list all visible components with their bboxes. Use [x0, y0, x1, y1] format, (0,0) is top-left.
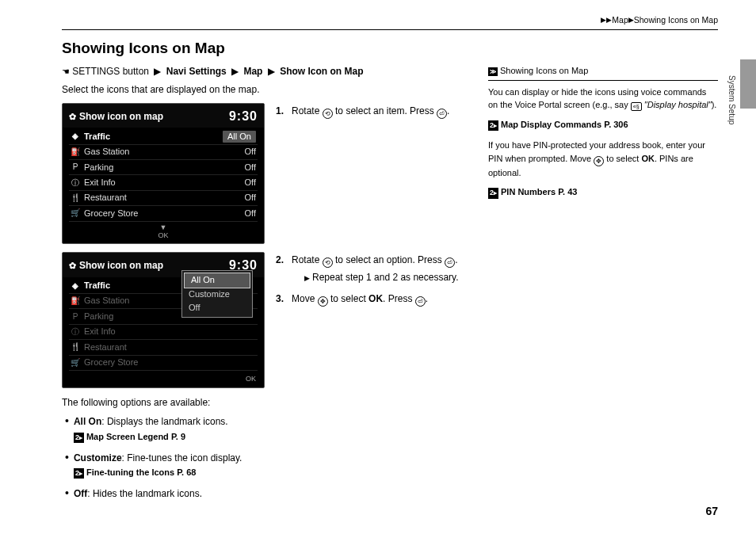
move-icon: ✥: [594, 156, 604, 166]
page-number: 67: [705, 504, 718, 520]
hand-icon: ☚: [62, 67, 70, 76]
popup-option: Off: [182, 301, 252, 315]
list-item: 🛒Grocery StoreOff: [69, 206, 258, 221]
list-item: ⓘExit InfoOff: [69, 175, 258, 190]
nav-path: ☚ SETTINGS button ▶ Navi Settings ▶ Map …: [62, 65, 468, 78]
option-item: •Customize: Fine-tunes the icon display.…: [65, 452, 468, 479]
option-item: •Off: Hides the landmark icons.: [65, 487, 468, 501]
option-item: •All On: Displays the landmark icons.2Ma…: [65, 415, 468, 443]
page-title: Showing Icons on Map: [62, 38, 718, 59]
list-item: 🍴RestaurantOff: [69, 191, 258, 206]
section-label: System Setup: [726, 75, 737, 124]
rotate-icon: ⟲: [323, 257, 333, 268]
rule: [62, 29, 718, 30]
list-item: ◈TrafficAll On: [69, 129, 258, 144]
move-icon: ✥: [318, 296, 328, 307]
clock: 9:30: [229, 108, 258, 125]
press-icon: ⏎: [445, 257, 455, 268]
press-icon: ⏎: [415, 296, 426, 307]
sidebar-body: You can display or hide the icons using …: [488, 86, 718, 199]
step-1: 1. Rotate ⟲ to select an item. Press ⏎.: [276, 105, 468, 119]
options-intro: The following options are available:: [62, 396, 468, 410]
popup-option: All On: [184, 273, 250, 288]
side-tab: [740, 59, 756, 109]
list-item: 🛒Grocery Store: [69, 356, 258, 371]
popup-menu: All OnCustomizeOff: [181, 270, 253, 318]
gear-icon: ✿: [69, 261, 76, 270]
screenshot-2: ✿Show icon on map 9:30 ◈Traffic⛽Gas Stat…: [62, 252, 265, 387]
step-2: 2. Rotate ⟲ to select an option. Press ⏎…: [276, 254, 468, 284]
xref-pin: 2PIN Numbers P. 43: [488, 185, 718, 199]
breadcrumb: ▶▶Map▶Showing Icons on Map: [62, 14, 718, 26]
gear-icon: ✿: [69, 112, 76, 121]
list-item: 🍴Restaurant: [69, 340, 258, 355]
xref-map-display: 2Map Display Commands P. 306: [488, 118, 718, 132]
intro-text: Select the icons that are displayed on t…: [62, 83, 468, 97]
list-item: ⛽Gas StationOff: [69, 145, 258, 160]
step-3: 3. Move ✥ to select OK. Press ⏎.: [276, 292, 468, 307]
list-item: ⓘExit Info: [69, 325, 258, 340]
list-item: PParkingOff: [69, 160, 258, 175]
press-icon: ⏎: [437, 109, 447, 119]
screenshot-1: ✿Show icon on map 9:30 ◈TrafficAll On⛽Ga…: [62, 103, 265, 244]
popup-option: Customize: [182, 288, 252, 301]
talk-icon: «§: [631, 102, 642, 111]
rotate-icon: ⟲: [323, 109, 333, 119]
sidebar-heading: ≫Showing Icons on Map: [488, 65, 718, 80]
